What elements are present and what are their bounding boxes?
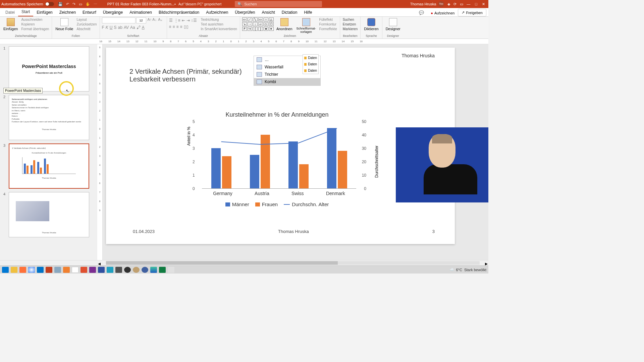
reset-button[interactable]: Zurücksetzen <box>76 22 97 26</box>
align-right-icon[interactable]: ≡ <box>176 24 179 29</box>
onenote-icon[interactable] <box>89 267 96 273</box>
app-icon-6[interactable] <box>133 267 140 273</box>
tab-review[interactable]: Überprüfen <box>231 8 258 16</box>
layout-button[interactable]: Layout <box>76 17 97 22</box>
outdent-icon[interactable]: ⇤ <box>182 18 185 23</box>
app-icon-5[interactable] <box>115 267 122 273</box>
tab-dictation[interactable]: Dictation <box>278 8 301 16</box>
user-account[interactable]: Thomas Hruska TH <box>410 1 444 7</box>
tab-home[interactable]: Start <box>18 8 33 16</box>
justify-icon[interactable]: ≡ <box>180 24 182 29</box>
outlook-icon[interactable] <box>37 267 44 273</box>
undo-icon[interactable]: ↶ <box>66 2 69 6</box>
replace-button[interactable]: Ersetzen <box>342 22 358 26</box>
font-size-select[interactable]: 12 <box>136 17 146 23</box>
explorer-icon[interactable] <box>11 267 17 273</box>
tab-view[interactable]: Ansicht <box>258 8 278 16</box>
app-icon-1[interactable] <box>54 267 61 273</box>
app-icon-7[interactable] <box>142 267 148 273</box>
numbering-icon[interactable]: ⋮≡ <box>174 18 180 23</box>
vlc-icon[interactable] <box>63 267 70 273</box>
find-button[interactable]: Suchen <box>342 17 358 22</box>
scroll-right-icon[interactable]: ▸ <box>484 260 488 265</box>
redo-icon[interactable]: ↷ <box>72 2 75 6</box>
more-icon[interactable]: ⋯ <box>94 2 97 6</box>
tab-help[interactable]: Hilfe <box>301 8 315 16</box>
diamond-icon[interactable]: ◈ <box>447 2 450 6</box>
new-slide-button[interactable]: Neue Folie <box>54 17 74 32</box>
columns-icon[interactable]: ▯▯ <box>184 24 189 29</box>
shape-outline-button[interactable]: Formkontur <box>319 22 338 26</box>
section-button[interactable]: Abschnitt <box>76 27 97 31</box>
scroll-thumb[interactable] <box>106 261 338 265</box>
ribbon-display-icon[interactable]: ▭ <box>460 2 463 6</box>
close-icon[interactable]: ✕ <box>482 2 485 6</box>
app-icon-3[interactable] <box>80 267 87 273</box>
combo-chart[interactable]: Kursteilnehmer in % der Anmeldungen Ante… <box>186 111 368 222</box>
weather-widget[interactable]: ☁️ 6°C Stark bewölkt <box>449 267 487 272</box>
thumbnail-4[interactable]: 4 Thomas Hruska <box>3 192 94 237</box>
tab-record[interactable]: Aufzeichnen <box>203 8 231 16</box>
save-status[interactable]: Auf "diesem PC" gespeichert <box>178 2 221 6</box>
scroll-left-icon[interactable]: ◂ <box>97 260 101 265</box>
obs-icon[interactable] <box>124 267 131 273</box>
bold-icon[interactable]: F <box>102 25 104 30</box>
tab-draw[interactable]: Zeichnen <box>56 8 79 16</box>
maximize-icon[interactable]: □ <box>475 2 477 6</box>
strike-icon[interactable]: S <box>114 25 117 30</box>
tab-insert[interactable]: Einfügen <box>33 8 56 16</box>
share-button[interactable]: ↗ Freigeben <box>458 9 486 16</box>
italic-icon[interactable]: K <box>106 25 108 30</box>
sync-icon[interactable]: ⟳ <box>453 2 457 6</box>
shapes-gallery[interactable]: ▭／╲▭○△ ↘→↓▱◇⬠ ↱↪{}★▾ <box>242 17 274 31</box>
search-box[interactable]: 🔍 <box>235 1 322 7</box>
chrome-icon[interactable] <box>28 267 35 273</box>
case-icon[interactable]: Aa <box>130 25 135 30</box>
paste-button[interactable]: Einfügen <box>2 17 19 32</box>
highlight-icon[interactable]: 🖍 <box>137 25 141 30</box>
tab-animations[interactable]: Animationen <box>126 8 155 16</box>
app-icon-4[interactable] <box>107 267 113 273</box>
search-input[interactable] <box>244 2 319 6</box>
tab-design[interactable]: Entwurf <box>79 8 100 16</box>
from-beginning-icon[interactable]: ▭ <box>79 2 82 6</box>
grow-font-icon[interactable]: A↑ <box>148 17 152 23</box>
quickstyles-button[interactable]: Schnellformat-vorlagen <box>295 17 317 34</box>
powerpoint-icon[interactable] <box>46 267 52 273</box>
designer-button[interactable]: Designer <box>384 17 402 32</box>
copy-button[interactable]: Kopieren <box>20 22 50 26</box>
shadow-icon[interactable]: ab <box>118 25 122 30</box>
align-center-icon[interactable]: ≡ <box>173 24 175 29</box>
font-color-icon[interactable]: A <box>142 25 145 30</box>
edge-icon[interactable] <box>150 267 157 273</box>
font-family-select[interactable] <box>102 17 136 23</box>
shape-effects-button[interactable]: Formeffekte <box>319 27 338 31</box>
start-button[interactable] <box>2 267 9 273</box>
firefox-icon[interactable] <box>19 267 26 273</box>
indent-icon[interactable]: ⇥ <box>186 18 190 23</box>
format-painter-button[interactable]: Format übertragen <box>20 27 50 31</box>
shrink-font-icon[interactable]: A↓ <box>152 17 157 23</box>
arrange-button[interactable]: Anordnen <box>275 17 294 32</box>
clear-format-icon[interactable]: Aₓ <box>158 17 162 23</box>
record-button[interactable]: Aufzeichnen <box>427 10 458 16</box>
tab-file[interactable]: Datei <box>2 8 18 16</box>
thumbnail-1[interactable]: 1 PowerPoint Masterclass Präsentieren wi… <box>3 46 94 92</box>
tab-slideshow[interactable]: Bildschirmpräsentation <box>155 8 203 16</box>
align-left-icon[interactable]: ≡ <box>169 24 171 29</box>
visio-icon[interactable] <box>98 267 105 273</box>
dictate-button[interactable]: Diktieren <box>363 17 380 32</box>
autosave-toggle[interactable]: Automatisches Speichern <box>1 2 54 6</box>
smartart-button[interactable]: In SmartArt konvertieren <box>200 27 238 31</box>
underline-icon[interactable]: U <box>110 25 113 30</box>
app-icon-2[interactable] <box>72 267 78 273</box>
align-text-button[interactable]: Text ausrichten <box>200 22 238 26</box>
spacing-icon[interactable]: AV <box>124 25 129 30</box>
app-icon-8[interactable] <box>168 267 174 273</box>
chart-option-kombi[interactable]: Kombi <box>254 78 320 85</box>
touch-mode-icon[interactable]: ✋ <box>86 2 90 6</box>
thumbnail-2[interactable]: 2 Seitenanzahl einfügen und platzieren A… <box>3 95 94 140</box>
cut-button[interactable]: Ausschneiden <box>20 17 50 22</box>
shape-fill-button[interactable]: Fülleffekt <box>319 17 338 22</box>
minimize-icon[interactable]: — <box>467 2 470 6</box>
